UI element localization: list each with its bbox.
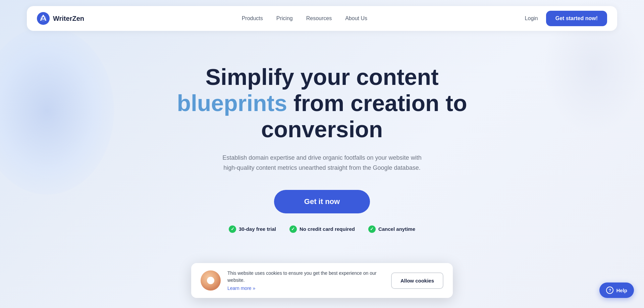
- nav-item-pricing[interactable]: Pricing: [276, 15, 293, 21]
- cookie-donut-icon: [201, 270, 221, 291]
- nav-links: Products Pricing Resources About Us: [242, 15, 367, 21]
- help-button[interactable]: ? Help: [599, 283, 634, 298]
- login-link[interactable]: Login: [525, 15, 538, 21]
- trust-badges: ✓ 30-day free trial ✓ No credit card req…: [7, 225, 637, 233]
- trust-badge-no-card: ✓ No credit card required: [289, 225, 355, 233]
- nav-item-products[interactable]: Products: [242, 15, 263, 21]
- check-icon-cancel: ✓: [368, 225, 376, 233]
- trust-badge-trial-label: 30-day free trial: [239, 226, 276, 232]
- help-label: Help: [616, 288, 627, 293]
- cookie-learn-more-link[interactable]: Learn more »: [227, 286, 255, 291]
- hero-section: Simplify your content blueprints from cr…: [0, 37, 644, 263]
- hero-title-highlight: blueprints: [177, 90, 287, 116]
- nav-right: Login Get started now!: [525, 11, 607, 26]
- svg-point-0: [37, 12, 50, 25]
- hero-title: Simplify your content blueprints from cr…: [171, 64, 473, 143]
- allow-cookies-button[interactable]: Allow cookies: [391, 272, 443, 289]
- nav-item-about[interactable]: About Us: [345, 15, 367, 21]
- trust-badge-trial: ✓ 30-day free trial: [229, 225, 276, 233]
- check-icon-no-card: ✓: [289, 225, 297, 233]
- trust-badge-cancel-label: Cancel anytime: [378, 226, 415, 232]
- hero-title-part1: Simplify your content: [205, 64, 438, 90]
- check-icon-trial: ✓: [229, 225, 236, 233]
- hero-title-part2: from creation to conversion: [261, 90, 467, 142]
- nav-item-resources[interactable]: Resources: [306, 15, 332, 21]
- get-it-now-button[interactable]: Get it now: [274, 190, 370, 213]
- cookie-banner: This website uses cookies to ensure you …: [191, 263, 453, 298]
- hero-subtitle: Establish domain expertise and drive org…: [218, 153, 426, 173]
- brand-name: WriterZen: [53, 15, 84, 22]
- get-started-button[interactable]: Get started now!: [546, 11, 607, 26]
- cookie-message: This website uses cookies to ensure you …: [227, 270, 384, 284]
- trust-badge-cancel: ✓ Cancel anytime: [368, 225, 415, 233]
- cookie-text: This website uses cookies to ensure you …: [227, 270, 384, 291]
- logo-icon: [37, 12, 50, 25]
- help-circle-icon: ?: [606, 287, 613, 294]
- trust-badge-no-card-label: No credit card required: [300, 226, 355, 232]
- navbar: WriterZen Products Pricing Resources Abo…: [27, 6, 617, 31]
- logo-link[interactable]: WriterZen: [37, 12, 84, 25]
